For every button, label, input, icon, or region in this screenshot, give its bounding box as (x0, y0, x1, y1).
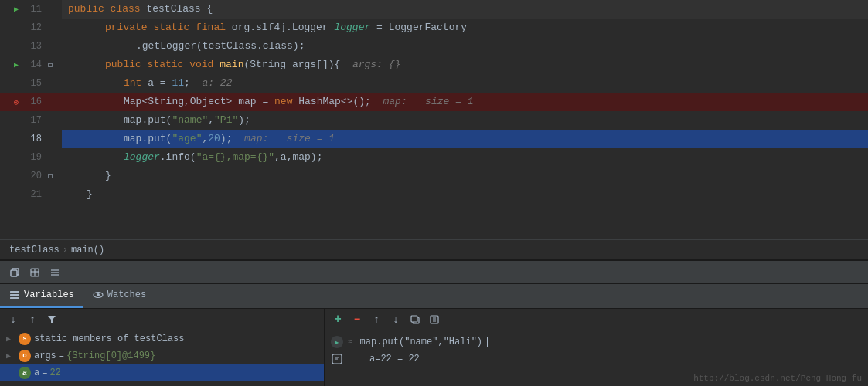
code-line-21: 21 } (0, 185, 868, 204)
keyword: private static final (105, 19, 226, 37)
text: ); (238, 111, 250, 130)
console-input-line: ▶ ≈ map.put("name","Hali") (331, 334, 862, 350)
tab-watches-label: Watches (107, 290, 146, 300)
gutter-18: 18 (0, 130, 62, 148)
breadcrumb-bar: testClass › main() (0, 239, 868, 259)
text: .getLogger(testClass.class); (136, 37, 305, 56)
tab-variables[interactable]: Variables (0, 283, 83, 308)
code-content-13: .getLogger(testClass.class); (62, 37, 868, 56)
code-line-17: 17 map.put( "name" , "Pi" ); (0, 111, 868, 130)
text: map.put( (124, 111, 172, 130)
debug-a: a: 22 (202, 74, 232, 93)
tab-watches[interactable]: Watches (83, 283, 155, 308)
num-20: 20 (208, 130, 220, 148)
bottom-panel: Variables Watches ↓ ↑ (0, 259, 868, 386)
code-content-11: public class testClass { (62, 0, 868, 19)
tab-variables-label: Variables (24, 290, 74, 300)
var-logger: logger (334, 19, 370, 37)
string-name: "name" (172, 111, 208, 130)
line-num-17: 17 (25, 115, 42, 126)
line-num-11: 11 (25, 4, 42, 15)
text: ,a,map); (274, 148, 322, 167)
breadcrumb-method[interactable]: main() (71, 245, 104, 256)
table-icon (30, 268, 39, 277)
keyword: int (124, 74, 141, 93)
code-content-18: map.put( "age" , 20 ); map: size = 1 (62, 130, 868, 148)
string-age: "age" (172, 130, 202, 148)
copy-icon (410, 315, 420, 324)
text: (String args[]){ (243, 56, 352, 74)
watches-tab-icon (93, 290, 104, 300)
code-content-12: private static final org.slf4j.Logger lo… (62, 19, 868, 37)
code-line-11: ▶ 11 public class testClass { (0, 0, 868, 19)
gutter-12: 12 (0, 19, 62, 37)
code-line-15: 15 int a = 11 ; a: 22 (0, 74, 868, 93)
string-format: "a={},map={}" (196, 148, 274, 167)
code-content-19: logger .info( "a={},map={}" ,a,map); (62, 148, 868, 167)
text: , (202, 130, 208, 148)
table-icon-btn[interactable] (26, 264, 43, 281)
filter-btn[interactable] (43, 311, 60, 328)
panel-tabs: Variables Watches (0, 284, 868, 309)
gutter-16: ⊗ 16 (0, 93, 62, 111)
var-item-args[interactable]: ▶ o args = {String[0]@1499} (0, 347, 324, 364)
gutter-15: 15 (0, 74, 62, 93)
watch-up-btn[interactable]: ↑ (368, 311, 385, 328)
debug-map2: map: size = 1 (244, 130, 335, 148)
restore-icon-btn[interactable] (6, 264, 23, 281)
copy-watch-btn[interactable] (407, 311, 424, 328)
bookmark-20[interactable]: ◻ (45, 171, 56, 181)
code-line-13: 13 .getLogger(testClass.class); (0, 37, 868, 56)
right-pane: + − ↑ ↓ (325, 309, 868, 386)
console-result-line: a=22 = 22 (331, 350, 862, 367)
code-content-16: Map<String,Object> map = new HashMap<>()… (62, 93, 868, 111)
debug-map: map: size = 1 (383, 93, 473, 111)
restore-icon (10, 268, 19, 277)
expand-args[interactable]: ▶ (6, 351, 17, 361)
run-arrow-14[interactable]: ▶ (11, 60, 22, 69)
bookmark-14[interactable]: ◻ (45, 60, 56, 69)
svg-rect-8 (10, 294, 19, 296)
text: HashMap<>(); (292, 93, 383, 111)
add-watch-btn[interactable]: + (329, 311, 346, 328)
code-editor: ▶ 11 public class testClass { 12 private… (0, 0, 868, 239)
code-content-14: public static void main (String args[]){… (62, 56, 868, 74)
text: ; (184, 74, 202, 93)
list-icon-btn[interactable] (46, 264, 63, 281)
console-tilde: ≈ (348, 337, 353, 347)
text: a = (141, 74, 172, 93)
expand-up-btn[interactable]: ↑ (24, 311, 41, 328)
var-item-a[interactable]: ▶ a a = 22 (0, 364, 324, 381)
line-num-13: 13 (25, 41, 42, 52)
var-value-a: 22 (49, 367, 60, 378)
cursor (487, 337, 488, 347)
code-line-18: 18 map.put( "age" , 20 ); map: size = 1 (0, 130, 868, 148)
var-name-args: args (34, 350, 56, 361)
watch-down-btn[interactable]: ↓ (387, 311, 404, 328)
breadcrumb-class[interactable]: testClass (9, 245, 60, 256)
remove-watch-btn[interactable]: − (349, 311, 366, 328)
svg-rect-7 (10, 291, 19, 293)
code-line-16: ⊗ 16 Map<String,Object> map = new HashMa… (0, 93, 868, 111)
gutter-21: 21 (0, 185, 62, 204)
text: org.slf4j.Logger (226, 19, 334, 37)
ide-container: ▶ 11 public class testClass { 12 private… (0, 0, 868, 386)
list-icon (9, 290, 20, 300)
console-play-btn[interactable]: ▶ (331, 336, 343, 348)
static-icon: s (19, 333, 31, 345)
code-content-21: } (62, 185, 868, 204)
expand-static[interactable]: ▶ (6, 334, 17, 344)
var-item-static[interactable]: ▶ s static members of testClass (0, 330, 324, 347)
expand-down-btn[interactable]: ↓ (5, 311, 22, 328)
panel-top-toolbar (0, 261, 868, 284)
run-arrow-icon[interactable]: ▶ (11, 5, 22, 14)
list-icon (50, 268, 60, 277)
svg-point-11 (97, 293, 100, 296)
console-expr: map.put("name","Hali") (360, 337, 482, 347)
keyword: new (274, 93, 292, 111)
code-line-19: 19 logger .info( "a={},map={}" ,a,map); (0, 148, 868, 167)
num-11: 11 (172, 74, 184, 93)
line-num-15: 15 (25, 78, 42, 89)
gutter-17: 17 (0, 111, 62, 130)
settings-watch-btn[interactable] (426, 311, 443, 328)
